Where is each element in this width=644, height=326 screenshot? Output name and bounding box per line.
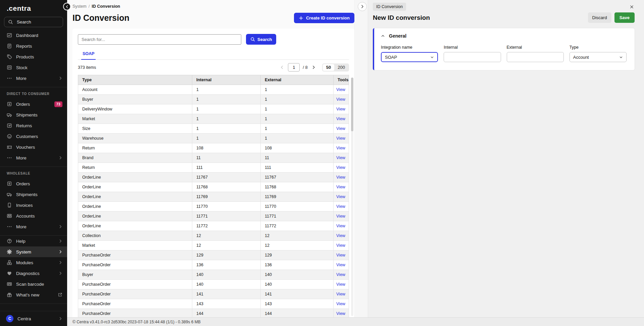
view-link[interactable]: View bbox=[336, 87, 345, 92]
view-link[interactable]: View bbox=[336, 263, 345, 267]
tools-cell: View bbox=[334, 143, 349, 153]
vouchers-icon bbox=[7, 144, 12, 150]
search-button[interactable]: Search bbox=[246, 34, 276, 45]
sidebar-item-reports[interactable]: Reports bbox=[0, 41, 67, 51]
table-cell: 140 bbox=[261, 280, 334, 289]
tab-soap[interactable]: SOAP bbox=[81, 51, 96, 60]
table-cell: PurchaseOrder bbox=[78, 309, 192, 318]
sidebar-item-what-s-new[interactable]: What's new bbox=[0, 289, 67, 300]
sidebar-item-more[interactable]: More bbox=[0, 73, 67, 84]
sidebar-item-invoices[interactable]: Invoices bbox=[0, 200, 67, 211]
view-link[interactable]: View bbox=[336, 155, 345, 160]
sidebar-item-shipments[interactable]: Shipments bbox=[0, 189, 67, 200]
view-link[interactable]: View bbox=[336, 311, 345, 316]
page-size-50-button[interactable]: 50 bbox=[323, 64, 334, 71]
view-link[interactable]: View bbox=[336, 146, 345, 150]
view-link[interactable]: View bbox=[336, 97, 345, 102]
page-number-input[interactable] bbox=[288, 63, 300, 72]
external-input[interactable] bbox=[507, 52, 564, 62]
sidebar-section-label-wholesale: WHOLESALE bbox=[0, 167, 67, 178]
view-link[interactable]: View bbox=[336, 233, 345, 238]
internal-input[interactable] bbox=[444, 52, 501, 62]
sidebar-item-accounts[interactable]: Accounts bbox=[0, 211, 67, 221]
sidebar-item-customers[interactable]: Customers bbox=[0, 131, 67, 142]
sidebar-item-label: Orders bbox=[16, 181, 62, 186]
chevron-right-icon bbox=[58, 250, 62, 254]
help-icon bbox=[7, 238, 12, 244]
tools-cell: View bbox=[334, 95, 349, 104]
create-id-conversion-button[interactable]: Create ID conversion bbox=[294, 13, 354, 23]
general-section: General Integration name SOAP Internal bbox=[373, 28, 635, 70]
table-row: Return111111View bbox=[78, 163, 349, 173]
table-cell: 1 bbox=[261, 114, 334, 124]
view-link[interactable]: View bbox=[336, 272, 345, 277]
view-link[interactable]: View bbox=[336, 282, 345, 287]
table-row: Collection1212View bbox=[78, 231, 349, 241]
panel-expand-button[interactable] bbox=[358, 2, 367, 11]
table-cell: 136 bbox=[261, 260, 334, 270]
sidebar-item-shipments[interactable]: Shipments bbox=[0, 109, 67, 120]
tools-cell: View bbox=[334, 241, 349, 250]
save-button[interactable]: Save bbox=[614, 12, 635, 23]
view-link[interactable]: View bbox=[336, 117, 345, 121]
sidebar-item-orders[interactable]: Orders bbox=[0, 178, 67, 189]
table-cell: Brand bbox=[78, 153, 192, 163]
search-input[interactable] bbox=[78, 34, 241, 45]
sidebar-item-help[interactable]: Help bbox=[0, 236, 67, 246]
sidebar-item-orders[interactable]: Orders73 bbox=[0, 99, 67, 109]
view-link[interactable]: View bbox=[336, 243, 345, 248]
sidebar-item-dashboard[interactable]: Dashboard bbox=[0, 30, 67, 41]
view-link[interactable]: View bbox=[336, 107, 345, 111]
sidebar-item-modules[interactable]: Modules bbox=[0, 257, 67, 268]
caret-down-icon bbox=[430, 55, 434, 59]
dashboard-icon bbox=[7, 33, 12, 38]
sidebar-search[interactable]: Search bbox=[4, 17, 63, 27]
sidebar-item-label: Orders bbox=[16, 102, 50, 107]
page-size-200-button[interactable]: 200 bbox=[334, 64, 348, 71]
sidebar-item-diagnostics[interactable]: Diagnostics bbox=[0, 268, 67, 279]
view-link[interactable]: View bbox=[336, 136, 345, 141]
view-link[interactable]: View bbox=[336, 165, 345, 170]
view-link[interactable]: View bbox=[336, 224, 345, 228]
discard-button[interactable]: Discard bbox=[588, 12, 611, 23]
page-title: ID Conversion bbox=[72, 13, 129, 23]
sidebar-item-stock[interactable]: Stock bbox=[0, 62, 67, 73]
sidebar-item-system[interactable]: System bbox=[0, 246, 67, 257]
sidebar-item-vouchers[interactable]: Vouchers bbox=[0, 142, 67, 152]
view-link[interactable]: View bbox=[336, 175, 345, 180]
sidebar-item-returns[interactable]: Returns bbox=[0, 120, 67, 131]
view-link[interactable]: View bbox=[336, 185, 345, 189]
view-link[interactable]: View bbox=[336, 301, 345, 306]
page-total-label: / 8 bbox=[303, 65, 307, 70]
table-scrollbar[interactable] bbox=[351, 78, 353, 316]
view-link[interactable]: View bbox=[336, 214, 345, 219]
sidebar-item-label: Returns bbox=[16, 123, 62, 128]
sidebar-collapse-button[interactable] bbox=[63, 3, 71, 10]
next-page-button[interactable] bbox=[311, 64, 316, 70]
sidebar-item-more[interactable]: More bbox=[0, 152, 67, 163]
shipments-icon bbox=[7, 112, 12, 118]
table-row: Brand1111View bbox=[78, 153, 349, 163]
plus-icon bbox=[299, 16, 303, 20]
general-section-header[interactable]: General bbox=[381, 33, 627, 39]
close-panel-button[interactable] bbox=[629, 3, 635, 11]
view-link[interactable]: View bbox=[336, 194, 345, 199]
sidebar-item-centra-account[interactable]: C Centra bbox=[0, 311, 67, 326]
sidebar-item-scan-barcode[interactable]: Scan barcode bbox=[0, 279, 67, 289]
field-integration-name: Integration name SOAP bbox=[381, 45, 438, 62]
view-link[interactable]: View bbox=[336, 253, 345, 258]
sidebar-item-more[interactable]: More bbox=[0, 221, 67, 232]
prev-page-button[interactable] bbox=[279, 64, 285, 70]
type-select[interactable]: Account bbox=[569, 52, 627, 62]
sidebar-item-products[interactable]: Products bbox=[0, 51, 67, 62]
view-link[interactable]: View bbox=[336, 126, 345, 131]
sidebar-spacer bbox=[0, 304, 67, 311]
view-link[interactable]: View bbox=[336, 292, 345, 296]
tabs: SOAP bbox=[78, 51, 349, 60]
breadcrumb-system[interactable]: System bbox=[72, 4, 87, 9]
table-row: Market11View bbox=[78, 114, 349, 124]
view-link[interactable]: View bbox=[336, 204, 345, 209]
table-cell: 11769 bbox=[192, 192, 261, 202]
integration-name-select[interactable]: SOAP bbox=[381, 52, 438, 62]
table-cell: 111 bbox=[192, 163, 261, 173]
